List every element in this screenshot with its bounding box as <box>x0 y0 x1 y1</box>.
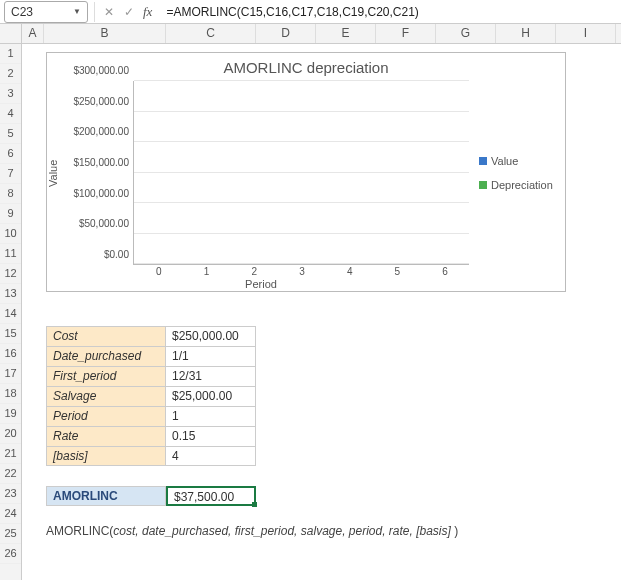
row-header-2[interactable]: 2 <box>0 64 21 84</box>
signature-close: ) <box>454 524 458 538</box>
cancel-icon[interactable]: ✕ <box>101 5 117 19</box>
xtick: 3 <box>278 266 326 277</box>
gridline <box>134 233 469 234</box>
row-header-13[interactable]: 13 <box>0 284 21 304</box>
gridline <box>134 202 469 203</box>
legend-label: Depreciation <box>491 179 553 191</box>
input-label[interactable]: First_period <box>46 366 166 386</box>
row-header-18[interactable]: 18 <box>0 384 21 404</box>
row-header-12[interactable]: 12 <box>0 264 21 284</box>
row-header-10[interactable]: 10 <box>0 224 21 244</box>
xtick: 6 <box>421 266 469 277</box>
row-header-20[interactable]: 20 <box>0 424 21 444</box>
input-label[interactable]: [basis] <box>46 446 166 466</box>
result-value: $37,500.00 <box>174 490 234 504</box>
row-header-24[interactable]: 24 <box>0 504 21 524</box>
active-cell[interactable]: $37,500.00 <box>166 486 256 506</box>
row-headers: 1234567891011121314151617181920212223242… <box>0 44 22 580</box>
row-header-21[interactable]: 21 <box>0 444 21 464</box>
row-header-26[interactable]: 26 <box>0 544 21 564</box>
row-header-5[interactable]: 5 <box>0 124 21 144</box>
col-header-C[interactable]: C <box>166 24 256 43</box>
row-header-16[interactable]: 16 <box>0 344 21 364</box>
chevron-down-icon[interactable]: ▼ <box>73 7 81 16</box>
chart-ylabel: Value <box>47 81 63 265</box>
col-header-H[interactable]: H <box>496 24 556 43</box>
input-label[interactable]: Period <box>46 406 166 426</box>
table-row: Period1 <box>46 406 256 426</box>
fill-handle[interactable] <box>252 502 257 507</box>
table-row: Cost$250,000.00 <box>46 326 256 346</box>
input-label[interactable]: Salvage <box>46 386 166 406</box>
input-label[interactable]: Date_purchased <box>46 346 166 366</box>
table-row: [basis]4 <box>46 446 256 466</box>
row-header-19[interactable]: 19 <box>0 404 21 424</box>
row-header-7[interactable]: 7 <box>0 164 21 184</box>
cells-area[interactable]: AMORLINC depreciation Value $0.00$50,000… <box>22 44 621 580</box>
result-row: AMORLINC $37,500.00 <box>46 486 256 506</box>
input-value[interactable]: $25,000.00 <box>166 386 256 406</box>
fx-icon[interactable]: fx <box>141 4 156 20</box>
col-header-D[interactable]: D <box>256 24 316 43</box>
input-value[interactable]: 1/1 <box>166 346 256 366</box>
column-headers: ABCDEFGHI <box>0 24 621 44</box>
col-header-F[interactable]: F <box>376 24 436 43</box>
row-header-8[interactable]: 8 <box>0 184 21 204</box>
input-value[interactable]: 12/31 <box>166 366 256 386</box>
input-value[interactable]: 1 <box>166 406 256 426</box>
row-header-3[interactable]: 3 <box>0 84 21 104</box>
col-header-A[interactable]: A <box>22 24 44 43</box>
select-all-corner[interactable] <box>0 24 22 43</box>
signature-args: cost, date_purchased, first_period, salv… <box>113 524 454 538</box>
row-header-1[interactable]: 1 <box>0 44 21 64</box>
chart-legend: Value Depreciation <box>475 81 565 265</box>
result-label[interactable]: AMORLINC <box>46 486 166 506</box>
row-header-14[interactable]: 14 <box>0 304 21 324</box>
row-header-4[interactable]: 4 <box>0 104 21 124</box>
legend-swatch-blue <box>479 157 487 165</box>
row-header-15[interactable]: 15 <box>0 324 21 344</box>
xtick: 0 <box>135 266 183 277</box>
col-header-B[interactable]: B <box>44 24 166 43</box>
legend-item-depreciation: Depreciation <box>479 179 565 191</box>
legend-label: Value <box>491 155 518 167</box>
table-row: Salvage$25,000.00 <box>46 386 256 406</box>
row-header-23[interactable]: 23 <box>0 484 21 504</box>
col-header-I[interactable]: I <box>556 24 616 43</box>
gridline <box>134 172 469 173</box>
legend-item-value: Value <box>479 155 565 167</box>
formula-input[interactable]: =AMORLINC(C15,C16,C17,C18,C19,C20,C21) <box>160 0 621 23</box>
chart-xticks: 0123456 <box>135 266 469 277</box>
input-label[interactable]: Rate <box>46 426 166 446</box>
input-value[interactable]: 0.15 <box>166 426 256 446</box>
row-header-25[interactable]: 25 <box>0 524 21 544</box>
signature-fn: AMORLINC( <box>46 524 113 538</box>
row-header-6[interactable]: 6 <box>0 144 21 164</box>
ytick: $0.00 <box>104 249 129 260</box>
ytick: $300,000.00 <box>73 65 129 76</box>
chart-yticks: $0.00$50,000.00$100,000.00$150,000.00$20… <box>63 81 133 265</box>
formula-buttons: ✕ ✓ fx <box>97 4 160 20</box>
ytick: $50,000.00 <box>79 218 129 229</box>
row-header-11[interactable]: 11 <box>0 244 21 264</box>
table-row: Date_purchased1/1 <box>46 346 256 366</box>
chart[interactable]: AMORLINC depreciation Value $0.00$50,000… <box>46 52 566 292</box>
row-header-17[interactable]: 17 <box>0 364 21 384</box>
row-header-9[interactable]: 9 <box>0 204 21 224</box>
divider <box>94 2 95 22</box>
confirm-icon[interactable]: ✓ <box>121 5 137 19</box>
gridline <box>134 111 469 112</box>
formula-text: =AMORLINC(C15,C16,C17,C18,C19,C20,C21) <box>166 5 418 19</box>
input-value[interactable]: 4 <box>166 446 256 466</box>
row-header-22[interactable]: 22 <box>0 464 21 484</box>
col-header-E[interactable]: E <box>316 24 376 43</box>
name-box[interactable]: C23 ▼ <box>4 1 88 23</box>
input-value[interactable]: $250,000.00 <box>166 326 256 346</box>
name-box-value: C23 <box>11 5 33 19</box>
chart-xlabel: Period <box>47 278 475 290</box>
function-signature: AMORLINC(cost, date_purchased, first_per… <box>46 524 458 538</box>
input-label[interactable]: Cost <box>46 326 166 346</box>
ytick: $250,000.00 <box>73 95 129 106</box>
input-table: Cost$250,000.00Date_purchased1/1First_pe… <box>46 326 256 466</box>
col-header-G[interactable]: G <box>436 24 496 43</box>
